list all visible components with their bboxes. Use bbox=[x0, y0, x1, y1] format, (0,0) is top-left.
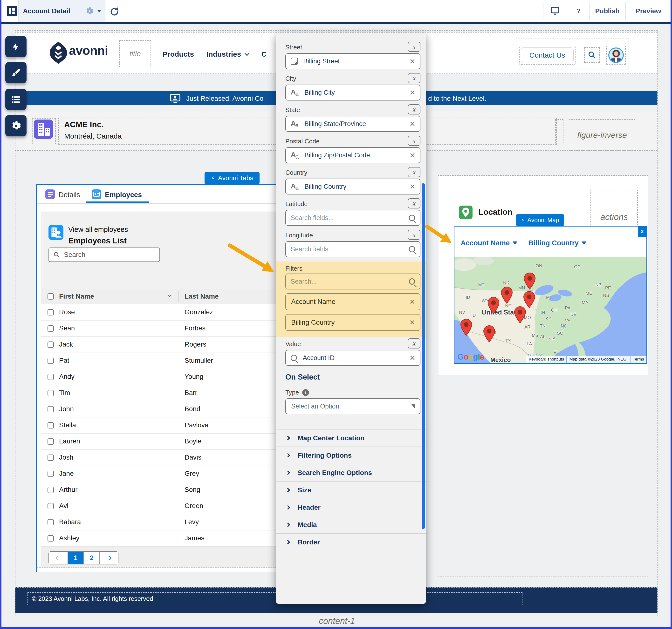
style-brush-button[interactable] bbox=[5, 62, 26, 83]
clear-icon[interactable]: × bbox=[410, 119, 415, 128]
row-checkbox[interactable] bbox=[48, 519, 54, 525]
column-last-name[interactable]: Last Name bbox=[185, 293, 219, 300]
row-checkbox[interactable] bbox=[48, 342, 54, 348]
map-canvas[interactable]: ONQCNBPEMENSNDMNSDMTIDWYNVUTNEILMIINOHPA… bbox=[454, 257, 646, 363]
close-icon[interactable]: X bbox=[638, 227, 646, 237]
latitude-input[interactable]: Search fields... bbox=[285, 210, 421, 226]
state-input[interactable]: Aa Billing State/Province× bbox=[285, 116, 421, 132]
nav-item-c[interactable]: C bbox=[261, 50, 266, 58]
location-card: Location actions Avonni Map X Account Na… bbox=[438, 176, 648, 375]
street-input[interactable]: Billing Street× bbox=[285, 53, 421, 69]
expression-button[interactable]: x bbox=[408, 198, 421, 208]
chevron-down-icon[interactable] bbox=[97, 10, 101, 12]
components-button[interactable] bbox=[5, 36, 26, 57]
map-marker-icon[interactable] bbox=[514, 306, 526, 323]
row-checkbox[interactable] bbox=[48, 471, 54, 477]
filters-search-input[interactable]: Search... bbox=[285, 274, 421, 290]
section-map-center-location[interactable]: Map Center Location bbox=[276, 429, 426, 447]
map-filter-account-name[interactable]: Account Name bbox=[461, 239, 518, 247]
row-checkbox[interactable] bbox=[48, 438, 54, 445]
column-first-name[interactable]: First Name bbox=[59, 293, 94, 300]
map-marker-icon[interactable] bbox=[523, 272, 536, 290]
desktop-icon[interactable] bbox=[550, 7, 559, 16]
section-search-engine-options[interactable]: Search Engine Options bbox=[276, 464, 426, 481]
page-button-2[interactable]: 2 bbox=[83, 551, 99, 564]
remove-filter-icon[interactable]: × bbox=[410, 318, 415, 327]
settings-button[interactable] bbox=[5, 115, 26, 136]
map-marker-icon[interactable] bbox=[523, 291, 535, 308]
filter-chip[interactable]: Billing Country× bbox=[285, 314, 421, 331]
row-checkbox[interactable] bbox=[48, 309, 54, 316]
nav-item-products[interactable]: Products bbox=[163, 50, 194, 58]
expression-button[interactable]: x bbox=[408, 73, 421, 83]
row-checkbox[interactable] bbox=[48, 325, 54, 332]
row-checkbox[interactable] bbox=[48, 454, 54, 461]
map-marker-icon[interactable] bbox=[460, 319, 473, 336]
panel-scrollbar[interactable] bbox=[422, 183, 425, 529]
list-button[interactable] bbox=[5, 89, 26, 110]
map-marker-icon[interactable] bbox=[483, 325, 496, 343]
section-media[interactable]: Media bbox=[276, 516, 426, 533]
gear-icon[interactable] bbox=[86, 7, 94, 15]
city-input[interactable]: Aa Billing City× bbox=[285, 84, 421, 100]
remove-filter-icon[interactable]: × bbox=[410, 297, 415, 306]
clear-icon[interactable]: × bbox=[410, 88, 415, 97]
info-icon[interactable]: i bbox=[302, 389, 309, 396]
postal-code-input[interactable]: Aa Billing Zip/Postal Code× bbox=[285, 147, 421, 163]
preview-button[interactable]: Preview bbox=[625, 0, 671, 22]
value-input[interactable]: Account ID× bbox=[285, 350, 421, 366]
tab-details[interactable]: Details bbox=[58, 191, 80, 199]
section-header[interactable]: Header bbox=[276, 499, 426, 516]
avonni-map-badge[interactable]: Avonni Map bbox=[516, 214, 564, 226]
row-checkbox[interactable] bbox=[48, 422, 54, 428]
sort-chevron-icon[interactable] bbox=[168, 293, 171, 297]
section-filtering-options[interactable]: Filtering Options bbox=[276, 447, 426, 464]
clear-icon[interactable]: × bbox=[410, 182, 415, 191]
nav-item-industries[interactable]: Industries bbox=[207, 50, 241, 58]
filter-chip[interactable]: Account Name× bbox=[285, 293, 421, 310]
avatar[interactable] bbox=[606, 46, 626, 65]
expression-button[interactable]: x bbox=[408, 136, 421, 146]
map-marker-icon[interactable] bbox=[487, 297, 500, 314]
logo-wordmark[interactable]: avonni bbox=[69, 43, 108, 58]
page-button-1[interactable]: 1 bbox=[68, 551, 83, 564]
next-page-button[interactable] bbox=[99, 551, 118, 564]
refresh-icon[interactable] bbox=[109, 6, 120, 17]
help-button[interactable]: ? bbox=[568, 0, 589, 22]
row-checkbox[interactable] bbox=[48, 374, 54, 380]
row-checkbox[interactable] bbox=[48, 535, 54, 542]
expression-button[interactable]: x bbox=[408, 338, 421, 349]
country-input[interactable]: Aa Billing Country× bbox=[285, 179, 421, 195]
prev-page-button[interactable] bbox=[49, 551, 68, 564]
terms-link[interactable]: Terms bbox=[630, 356, 646, 363]
clear-icon[interactable]: × bbox=[410, 151, 415, 160]
avonni-tabs-badge[interactable]: Avonni Tabs bbox=[205, 172, 260, 184]
publish-button[interactable]: Publish bbox=[589, 0, 625, 22]
clear-icon[interactable]: × bbox=[410, 57, 415, 66]
title-placeholder[interactable]: title bbox=[119, 40, 151, 67]
map-filter-billing-country[interactable]: Billing Country bbox=[528, 239, 586, 247]
section-size[interactable]: Size bbox=[276, 481, 426, 499]
keyboard-shortcuts-link[interactable]: Keyboard shortcuts bbox=[526, 356, 566, 363]
row-checkbox[interactable] bbox=[48, 487, 54, 493]
clear-icon[interactable]: × bbox=[410, 353, 415, 362]
avonni-logo-icon[interactable] bbox=[49, 41, 68, 64]
expression-button[interactable]: x bbox=[408, 230, 421, 240]
map-marker-icon[interactable] bbox=[501, 286, 513, 304]
type-select[interactable]: Select an Option bbox=[285, 398, 421, 414]
row-checkbox[interactable] bbox=[48, 406, 54, 412]
tab-employees[interactable]: Employees bbox=[105, 191, 142, 199]
longitude-input[interactable]: Search fields... bbox=[285, 241, 421, 257]
app-layout-icon[interactable] bbox=[7, 6, 17, 17]
contact-us-button[interactable]: Contact Us bbox=[519, 46, 576, 65]
expression-button[interactable]: x bbox=[408, 167, 421, 177]
expression-button[interactable]: x bbox=[408, 104, 421, 115]
header-search-icon[interactable] bbox=[584, 47, 600, 62]
row-checkbox[interactable] bbox=[48, 390, 54, 396]
select-all-checkbox[interactable] bbox=[48, 293, 54, 300]
row-checkbox[interactable] bbox=[48, 358, 54, 364]
row-checkbox[interactable] bbox=[48, 503, 54, 509]
employees-search-input[interactable]: Search bbox=[48, 248, 160, 262]
expression-button[interactable]: x bbox=[408, 42, 421, 52]
section-border[interactable]: Border bbox=[276, 533, 426, 551]
